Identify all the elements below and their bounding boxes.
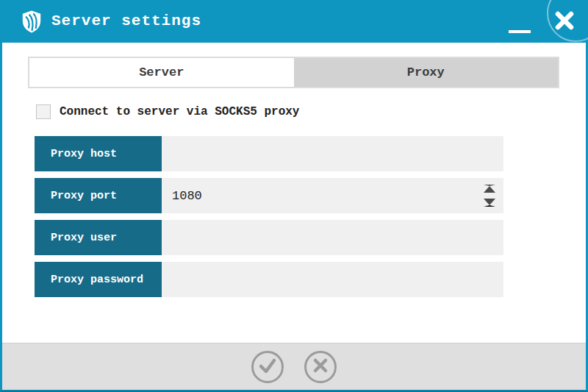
proxy-host-field-box [162, 136, 503, 171]
cross-icon [306, 352, 334, 382]
proxy-user-field-box [162, 220, 503, 255]
window-title: Server settings [51, 0, 201, 43]
socks5-checkbox-label: Connect to server via SOCKS5 proxy [60, 105, 299, 118]
tab-server[interactable]: Server [29, 58, 294, 87]
proxy-password-row: Proxy password [35, 262, 503, 297]
cancel-button[interactable] [304, 351, 337, 383]
proxy-host-input[interactable] [162, 136, 503, 171]
proxy-user-input[interactable] [162, 220, 503, 255]
check-icon [254, 352, 282, 382]
ok-button[interactable] [251, 351, 284, 383]
tab-proxy[interactable]: Proxy [294, 58, 559, 87]
proxy-port-input[interactable] [162, 178, 503, 213]
footer-bar [2, 343, 586, 390]
shield-logo-icon [21, 10, 43, 38]
socks5-checkbox[interactable] [36, 104, 51, 119]
proxy-host-row: Proxy host [35, 136, 503, 171]
proxy-password-label: Proxy password [35, 262, 162, 297]
proxy-port-label: Proxy port [35, 178, 162, 213]
proxy-password-input[interactable] [162, 262, 503, 297]
server-settings-window: Server settings Server Proxy Connect to … [0, 0, 588, 392]
proxy-user-label: Proxy user [35, 220, 162, 255]
tab-bar: Server Proxy [28, 57, 559, 88]
minimize-button[interactable] [504, 10, 535, 37]
proxy-port-field-box [162, 178, 503, 213]
dialog-content: Server Proxy Connect to server via SOCKS… [2, 43, 586, 390]
minimize-icon [509, 30, 531, 33]
spinner-up-icon[interactable] [484, 185, 495, 193]
spinner-down-icon[interactable] [484, 199, 495, 207]
close-icon[interactable] [554, 10, 575, 31]
proxy-port-row: Proxy port [35, 178, 503, 213]
titlebar: Server settings [0, 0, 588, 43]
proxy-password-field-box [162, 262, 503, 297]
proxy-port-spinner [481, 178, 498, 213]
proxy-user-row: Proxy user [35, 220, 503, 255]
socks5-checkbox-row: Connect to server via SOCKS5 proxy [36, 104, 299, 119]
proxy-host-label: Proxy host [35, 136, 162, 171]
